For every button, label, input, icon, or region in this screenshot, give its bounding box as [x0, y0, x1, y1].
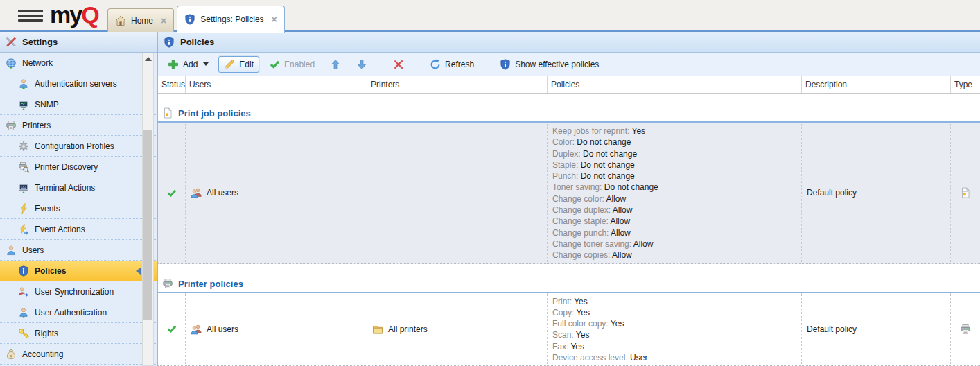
move-down-button[interactable]: [351, 56, 373, 73]
sidebar-item-terminal-actions[interactable]: Terminal Actions: [0, 177, 157, 198]
delete-button[interactable]: [387, 56, 410, 73]
sidebar-item-user-synchronization[interactable]: User Synchronization: [0, 281, 157, 302]
policy-line-label: Change punch:: [552, 228, 611, 238]
tab-settings-policies[interactable]: Settings: Policies ×: [177, 6, 285, 33]
printer-icon: [960, 324, 971, 335]
policy-line-value: Do not change: [604, 182, 658, 192]
policy-line-value: Yes: [576, 308, 590, 317]
sidebar-item-users[interactable]: Users: [0, 240, 157, 261]
printers-cell-label: All printers: [388, 324, 428, 334]
sidebar-item-printer-discovery[interactable]: Printer Discovery: [0, 157, 157, 177]
user-auth-icon: [18, 307, 29, 318]
shield-icon: [184, 14, 195, 25]
shield-icon: [164, 37, 175, 48]
policy-line-label: Print:: [552, 297, 574, 306]
policy-row[interactable]: All usersKeep jobs for reprint: YesColor…: [158, 123, 980, 264]
type-cell: [951, 293, 980, 366]
close-icon[interactable]: ×: [272, 14, 277, 25]
add-button[interactable]: Add: [162, 56, 214, 73]
policy-row[interactable]: All usersAll printersPrint: YesCopy: Yes…: [158, 293, 980, 366]
scrollbar-up-icon[interactable]: [143, 53, 153, 64]
top-bar: myQ Home × Settings: Policies ×: [0, 0, 980, 32]
users-cell: All users: [186, 123, 367, 263]
policies-panel: Policies Add Edit Enabled Refresh: [158, 32, 980, 366]
document-icon: [162, 107, 173, 119]
sidebar-item-rights[interactable]: Rights: [0, 323, 157, 344]
column-header-type[interactable]: Type: [951, 76, 980, 93]
sidebar-item-label: Terminal Actions: [35, 183, 95, 193]
column-header-printers[interactable]: Printers: [367, 76, 548, 93]
column-header-policies[interactable]: Policies: [548, 76, 802, 93]
tab-bar: Home × Settings: Policies ×: [107, 0, 288, 32]
money-bag-icon: [6, 349, 17, 360]
policy-line: Change toner saving: Allow: [552, 238, 796, 250]
printers-cell: All printers: [367, 293, 548, 366]
edit-button[interactable]: Edit: [218, 56, 259, 73]
sidebar-item-network[interactable]: Network: [0, 53, 157, 73]
sidebar-scrollbar[interactable]: [142, 53, 154, 366]
pencil-icon: [224, 59, 235, 70]
column-header-description[interactable]: Description: [802, 76, 951, 93]
sidebar-item-event-actions[interactable]: Event Actions: [0, 219, 157, 240]
tab-home[interactable]: Home ×: [107, 8, 174, 32]
policy-line-value: Yes: [611, 319, 624, 329]
policy-line-value: User: [630, 353, 647, 363]
column-header-status[interactable]: Status: [158, 76, 186, 93]
toolbar-separator: [417, 58, 417, 71]
policy-line-value: Yes: [570, 342, 584, 351]
logo-text-q: Q: [81, 1, 98, 28]
sidebar-item-configuration-profiles[interactable]: Configuration Profiles: [0, 136, 157, 157]
policy-line-label: Change color:: [552, 194, 606, 204]
shield-icon: [500, 59, 511, 70]
document-icon: [960, 187, 971, 198]
policy-line: Keep jobs for reprint: Yes: [552, 125, 796, 137]
policy-group-header-printer-policies: Printer policies: [158, 264, 980, 293]
toolbar-separator: [380, 58, 380, 71]
column-header-users[interactable]: Users: [186, 76, 367, 93]
sidebar-item-authentication-servers[interactable]: Authentication servers: [0, 73, 157, 94]
sidebar-item-snmp[interactable]: SNMP: [0, 94, 157, 115]
sidebar-item-user-authentication[interactable]: User Authentication: [0, 302, 157, 323]
arrow-down-icon: [356, 59, 367, 70]
policy-line-label: Color:: [552, 137, 577, 147]
arrow-up-icon: [330, 59, 341, 70]
user-icon: [6, 245, 17, 256]
policies-cell: Print: YesCopy: YesFull color copy: YesS…: [548, 293, 802, 366]
policy-line-label: Change staple:: [552, 216, 610, 226]
menu-icon[interactable]: [18, 10, 43, 22]
app-logo: myQ: [50, 1, 98, 28]
move-up-button[interactable]: [324, 56, 347, 73]
policy-line-label: Keep jobs for reprint:: [552, 126, 632, 136]
policy-line: Change punch: Allow: [552, 227, 796, 238]
policy-group-label: Print job policies: [178, 108, 251, 119]
close-icon[interactable]: ×: [161, 15, 166, 26]
printer-icon: [6, 120, 17, 131]
printer-search-icon: [18, 162, 29, 173]
policy-line-label: Toner saving:: [552, 182, 604, 192]
description-cell-label: Default policy: [807, 324, 857, 334]
users-cell-label: All users: [207, 324, 238, 334]
policy-line-label: Full color copy:: [552, 319, 611, 329]
policy-line-label: Change toner saving:: [552, 239, 633, 249]
sidebar-item-label: Printers: [22, 121, 51, 130]
policy-line-label: Device access level:: [552, 353, 630, 363]
policy-line-label: Duplex:: [552, 149, 583, 159]
sidebar-item-printers[interactable]: Printers: [0, 115, 157, 136]
policy-line-label: Punch:: [552, 171, 581, 181]
sidebar-item-accounting[interactable]: Accounting: [0, 344, 157, 365]
show-effective-policies-button[interactable]: Show effective policies: [494, 56, 604, 73]
policy-line: Full color copy: Yes: [552, 318, 796, 329]
table-header: Status Users Printers Policies Descripti…: [158, 76, 980, 94]
sidebar-item-label: Network: [22, 58, 53, 68]
page-title-bar: Policies: [158, 32, 980, 53]
sidebar-item-policies[interactable]: Policies: [0, 261, 157, 281]
toolbar: Add Edit Enabled Refresh Show effec: [158, 53, 980, 76]
check-icon: [166, 324, 177, 334]
refresh-button-label: Refresh: [445, 60, 474, 69]
policy-line-label: Change duplex:: [552, 205, 613, 215]
sidebar-item-events[interactable]: Events: [0, 198, 157, 219]
refresh-button[interactable]: Refresh: [424, 56, 480, 73]
scrollbar-thumb[interactable]: [143, 130, 152, 320]
enabled-button[interactable]: Enabled: [263, 56, 320, 73]
policy-line-value: Allow: [611, 228, 631, 238]
